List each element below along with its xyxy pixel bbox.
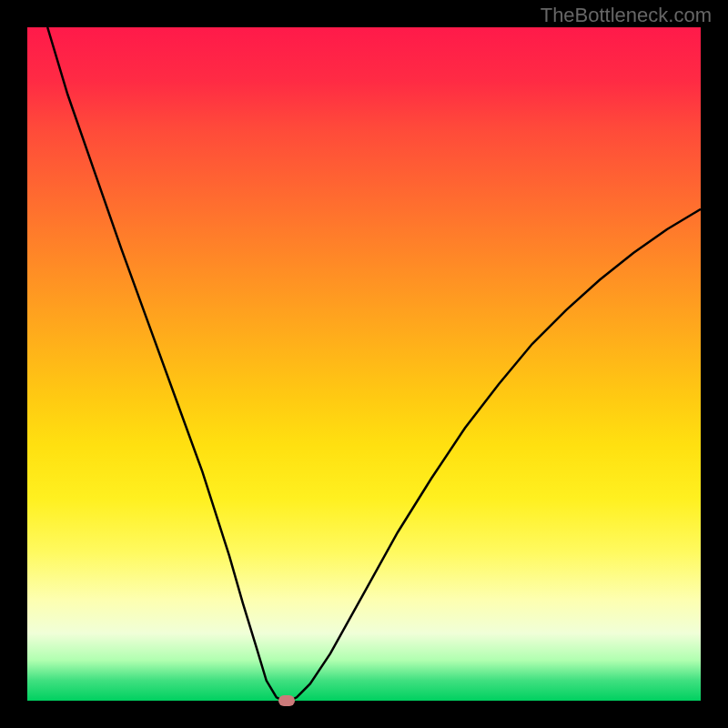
watermark-text: TheBottleneck.com: [541, 4, 712, 27]
optimal-point-marker: [278, 695, 295, 706]
curve-svg: [27, 27, 701, 701]
chart-plot-area: [27, 27, 701, 701]
bottleneck-curve-line: [47, 27, 701, 701]
